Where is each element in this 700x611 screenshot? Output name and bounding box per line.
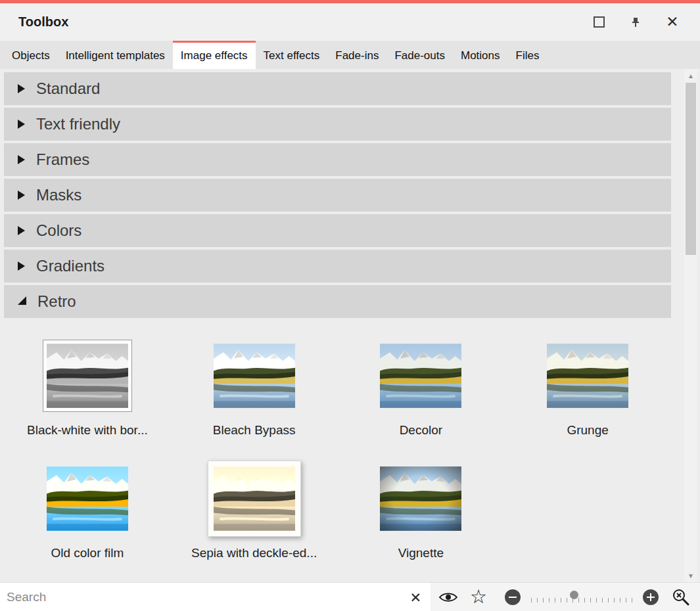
chevron-right-icon — [18, 261, 25, 271]
effect-thumbnail — [4, 461, 171, 537]
scroll-down-icon[interactable]: ▼ — [684, 569, 697, 582]
effect-name: Vignette — [338, 546, 505, 561]
section-label: Text friendly — [36, 115, 120, 133]
section-label: Masks — [36, 186, 82, 204]
scrollbar-thumb[interactable] — [686, 83, 696, 255]
chevron-right-icon — [18, 84, 25, 93]
favorites-star-icon[interactable]: ☆ — [470, 587, 487, 606]
effect-name: Grunge — [504, 423, 671, 438]
effect-tile-black-white-border[interactable]: Black-white with bor... — [4, 338, 171, 438]
tab-objects[interactable]: Objects — [4, 41, 58, 69]
section-label: Colors — [36, 221, 82, 240]
section-label: Frames — [36, 150, 89, 169]
section-text-friendly[interactable]: Text friendly — [4, 108, 671, 141]
tab-text-effects[interactable]: Text effects — [256, 41, 328, 69]
pin-button[interactable] — [617, 9, 654, 36]
tab-intelligent-templates[interactable]: Intelligent templates — [58, 41, 173, 69]
effect-thumbnail — [338, 461, 505, 537]
effect-tile-grunge[interactable]: Grunge — [504, 338, 671, 438]
maximize-icon — [594, 16, 605, 28]
scroll-up-icon[interactable]: ▲ — [684, 69, 697, 82]
effect-tile-vignette[interactable]: Vignette — [338, 461, 505, 561]
effects-grid: Black-white with bor... Bleach Bypass De… — [4, 321, 671, 561]
effect-thumbnail — [4, 338, 171, 414]
chevron-right-icon — [18, 226, 25, 235]
titlebar: Toolbox ✕ — [0, 3, 700, 41]
section-label: Standard — [36, 79, 100, 98]
effect-thumbnail — [338, 338, 505, 414]
section-label: Gradients — [36, 257, 105, 275]
effect-thumbnail — [504, 338, 671, 414]
reset-zoom-button[interactable] — [672, 588, 690, 606]
section-colors[interactable]: Colors — [4, 214, 671, 247]
close-icon: ✕ — [666, 14, 678, 30]
zoom-in-button[interactable] — [643, 589, 659, 605]
effect-tile-old-color-film[interactable]: Old color film — [4, 461, 171, 561]
tab-fade-outs[interactable]: Fade-outs — [386, 41, 453, 69]
effect-name: Bleach Bypass — [171, 423, 338, 438]
tab-fade-ins[interactable]: Fade-ins — [327, 41, 386, 69]
content-area: Standard Text friendly Frames Masks Colo… — [0, 69, 700, 582]
chevron-right-icon — [18, 155, 25, 164]
effect-tile-decolor[interactable]: Decolor — [338, 338, 505, 438]
tab-image-effects[interactable]: Image effects — [173, 41, 256, 69]
bottom-toolbar-icons: ☆ — [431, 587, 690, 606]
section-frames[interactable]: Frames — [4, 143, 671, 176]
search-input[interactable] — [0, 583, 431, 611]
window-title: Toolbox — [18, 14, 68, 30]
maximize-button[interactable] — [580, 9, 617, 36]
vertical-scrollbar[interactable]: ▲ ▼ — [684, 69, 697, 582]
effect-name: Black-white with bor... — [4, 423, 171, 438]
effect-name: Old color film — [4, 546, 171, 561]
thumbnail-size-slider[interactable] — [531, 590, 634, 604]
preview-eye-button[interactable] — [438, 590, 458, 604]
effect-name: Sepia with deckle-ed... — [171, 546, 338, 561]
chevron-expanded-icon — [18, 296, 26, 305]
section-standard[interactable]: Standard — [4, 72, 671, 105]
zoom-out-button[interactable] — [505, 589, 521, 605]
tab-motions[interactable]: Motions — [453, 41, 508, 69]
pin-icon — [630, 17, 641, 28]
search-box: ✕ — [0, 583, 431, 611]
effect-thumbnail — [171, 338, 338, 414]
close-button[interactable]: ✕ — [654, 9, 691, 36]
effect-tile-sepia-deckle-edge[interactable]: Sepia with deckle-ed... — [171, 461, 338, 561]
slider-ticks — [531, 598, 634, 602]
section-gradients[interactable]: Gradients — [4, 250, 671, 283]
clear-search-icon[interactable]: ✕ — [409, 590, 421, 604]
section-retro[interactable]: Retro — [4, 285, 671, 318]
slider-thumb[interactable] — [570, 591, 578, 599]
window-controls: ✕ — [580, 9, 700, 36]
section-label: Retro — [37, 292, 76, 311]
tab-files[interactable]: Files — [508, 41, 548, 69]
section-list: Standard Text friendly Frames Masks Colo… — [0, 69, 671, 318]
effect-name: Decolor — [338, 423, 505, 438]
magnifier-x-icon — [672, 588, 690, 606]
eye-icon — [438, 590, 458, 604]
bottom-toolbar: ✕ ☆ — [0, 582, 700, 611]
effect-tile-bleach-bypass[interactable]: Bleach Bypass — [171, 338, 338, 438]
chevron-right-icon — [18, 191, 25, 200]
tabbar: Objects Intelligent templates Image effe… — [0, 41, 700, 69]
chevron-right-icon — [18, 120, 25, 129]
effect-thumbnail — [171, 461, 338, 537]
section-masks[interactable]: Masks — [4, 179, 671, 212]
